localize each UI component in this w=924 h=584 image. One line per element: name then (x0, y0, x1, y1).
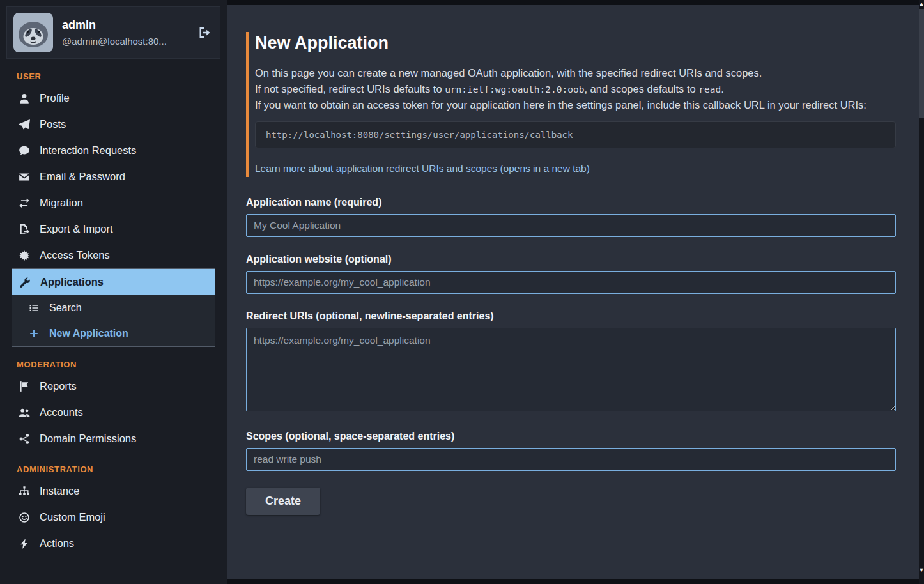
comment-icon (18, 145, 31, 157)
sidebar-item-label: New Application (49, 328, 128, 339)
application-website-input[interactable] (246, 271, 896, 294)
list-icon (27, 303, 40, 313)
bolt-icon (18, 538, 31, 549)
wrench-icon (19, 277, 31, 288)
file-export-icon (18, 224, 31, 235)
sidebar-item-label: Access Tokens (40, 249, 110, 261)
application-name-input[interactable] (246, 214, 896, 237)
scopes-label: Scopes (optional, space-separated entrie… (246, 431, 896, 442)
sidebar-item-new-application[interactable]: New Application (12, 321, 215, 346)
paper-plane-icon (18, 119, 31, 130)
sidebar-item-export-import[interactable]: Export & Import (12, 216, 215, 242)
username: admin (62, 19, 167, 32)
sidebar-item-label: Reports (40, 380, 77, 392)
create-button[interactable]: Create (246, 488, 320, 515)
sidebar-item-reports[interactable]: Reports (12, 373, 215, 399)
sidebar-item-applications[interactable]: Applications (12, 269, 215, 295)
token-burst-icon (18, 250, 31, 261)
sidebar-item-access-tokens[interactable]: Access Tokens (12, 242, 215, 268)
sidebar-nav: USER Profile Posts Interaction Requests … (12, 72, 215, 557)
smiley-icon (18, 512, 31, 523)
sidebar-item-email-password[interactable]: Email & Password (12, 164, 215, 190)
new-application-form: Application name (required) Application … (246, 197, 896, 515)
sidebar-item-label: Applications (40, 276, 104, 288)
sitemap-icon (18, 486, 31, 497)
sign-out-icon (198, 26, 211, 39)
sidebar-item-interaction-requests[interactable]: Interaction Requests (12, 137, 215, 164)
scroll-up-arrow[interactable]: ▲ (919, 0, 924, 8)
scopes-field: Scopes (optional, space-separated entrie… (246, 431, 896, 471)
page-title: New Application (255, 33, 896, 53)
user-handle: @admin@localhost:80... (62, 36, 167, 47)
share-nodes-icon (18, 433, 31, 445)
sidebar-item-accounts[interactable]: Accounts (12, 399, 215, 426)
page-intro-block: New Application On this page you can cre… (246, 32, 896, 177)
scrollbar[interactable]: ▲ ▼ (919, 0, 924, 584)
redirect-uris-field: Redirect URIs (optional, newline-separat… (246, 311, 896, 414)
sidebar-item-domain-permissions[interactable]: Domain Permissions (12, 426, 215, 452)
sidebar-item-migration[interactable]: Migration (12, 190, 215, 216)
sidebar-item-label: Domain Permissions (40, 433, 136, 445)
intro-text: , and scopes defaults to (584, 83, 698, 95)
application-name-label: Application name (required) (246, 197, 896, 208)
sidebar-item-search[interactable]: Search (12, 295, 215, 321)
sloth-avatar-image (13, 13, 53, 52)
redirect-uris-textarea[interactable] (246, 328, 896, 411)
scroll-down-arrow[interactable]: ▼ (919, 566, 924, 574)
sidebar-item-profile[interactable]: Profile (12, 85, 215, 111)
scrollbar-thumb[interactable] (919, 9, 924, 118)
sidebar-item-label: Email & Password (40, 171, 125, 183)
sidebar-item-instance[interactable]: Instance (12, 478, 215, 504)
intro-line-2: If not specified, redirect URIs defaults… (255, 81, 896, 98)
sidebar-item-label: Custom Emoji (40, 511, 105, 523)
envelope-icon (18, 171, 31, 183)
intro-text: If not specified, redirect URIs defaults… (255, 83, 445, 95)
sidebar: admin @admin@localhost:80... USER Profil… (0, 0, 227, 584)
intro-text: . (721, 83, 724, 95)
user-card[interactable]: admin @admin@localhost:80... (6, 6, 220, 59)
user-icon (18, 93, 31, 104)
scopes-input[interactable] (246, 448, 896, 471)
user-meta: admin @admin@localhost:80... (62, 19, 167, 47)
sidebar-item-label: Migration (40, 197, 83, 209)
sidebar-item-label: Actions (40, 537, 74, 549)
sidebar-item-label: Interaction Requests (40, 144, 136, 157)
sidebar-item-label: Export & Import (40, 223, 113, 235)
sidebar-item-custom-emoji[interactable]: Custom Emoji (12, 504, 215, 530)
applications-group: Applications Search New Application (12, 268, 215, 347)
plus-icon (27, 328, 40, 339)
users-icon (18, 407, 31, 419)
sidebar-item-posts[interactable]: Posts (12, 111, 215, 137)
sidebar-item-label: Instance (40, 485, 79, 497)
logout-button[interactable] (197, 25, 212, 40)
section-header-moderation: MODERATION (17, 360, 215, 369)
inline-code-read: read (698, 84, 721, 95)
learn-more-link[interactable]: Learn more about application redirect UR… (255, 163, 590, 174)
redirect-uris-label: Redirect URIs (optional, newline-separat… (246, 311, 896, 322)
callback-url: http://localhost:8080/settings/user/appl… (266, 130, 573, 140)
callback-url-codeblock[interactable]: http://localhost:8080/settings/user/appl… (255, 121, 896, 148)
application-website-field: Application website (optional) (246, 254, 896, 294)
sidebar-item-label: Profile (40, 92, 70, 104)
sidebar-item-label: Accounts (40, 406, 83, 419)
section-header-administration: ADMINISTRATION (17, 465, 215, 474)
intro-line-1: On this page you can create a new manage… (255, 65, 896, 81)
sidebar-item-label: Search (49, 302, 82, 314)
inline-code-oob: urn:ietf:wg:oauth:2.0:oob (445, 84, 584, 95)
application-website-label: Application website (optional) (246, 254, 896, 265)
section-header-user: USER (17, 72, 215, 81)
application-name-field: Application name (required) (246, 197, 896, 237)
intro-line-3: If you want to obtain an access token fo… (255, 97, 896, 113)
sidebar-item-actions[interactable]: Actions (12, 530, 215, 557)
sidebar-item-label: Posts (40, 118, 66, 130)
avatar (13, 13, 53, 52)
main-panel: New Application On this page you can cre… (227, 5, 919, 579)
flag-icon (18, 381, 31, 392)
applications-submenu: Search New Application (12, 295, 215, 346)
exchange-arrows-icon (18, 197, 31, 209)
